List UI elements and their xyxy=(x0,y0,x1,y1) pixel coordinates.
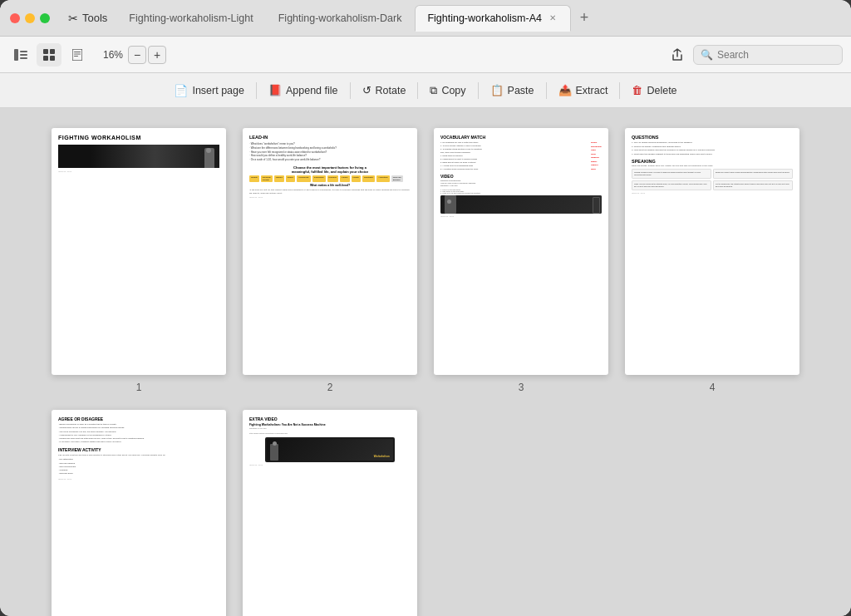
svg-rect-6 xyxy=(43,56,48,61)
page-2-title: LEAD-IN xyxy=(249,135,411,140)
divider-5 xyxy=(546,82,547,99)
page-1-footer: Lesson 12 / PCLS xyxy=(58,170,219,172)
zoom-control: 16% − + xyxy=(100,46,166,64)
share-button[interactable] xyxy=(665,43,690,67)
page-3-video-sub: Fighting Workaholism:You're More Than a … xyxy=(440,180,602,187)
extract-button[interactable]: 📤 Extract xyxy=(548,80,618,101)
insert-page-label: Insert page xyxy=(192,85,244,96)
page-2-bullets: · What does "workaholism" mean to you? ·… xyxy=(249,142,411,162)
zoom-in-button[interactable]: + xyxy=(148,46,166,64)
page-3-vocab-title: VOCABULARY MATCH xyxy=(440,135,602,140)
page-6-thumb: EXTRA VIDEO Fighting Workaholism: You Ar… xyxy=(243,410,417,616)
append-file-label: Append file xyxy=(286,85,338,96)
page-6-footer: Lesson 12 / PCLS xyxy=(249,464,411,466)
scissors-icon: ✂ xyxy=(68,12,78,25)
svg-rect-5 xyxy=(50,49,55,54)
copy-label: Copy xyxy=(441,85,465,96)
page-3-vocab: 1. Do something very well or better than… xyxy=(440,141,602,171)
share-icon xyxy=(671,48,683,62)
append-file-icon: 📕 xyxy=(268,84,282,96)
divider-2 xyxy=(350,82,351,99)
grid-view-button[interactable] xyxy=(37,43,61,67)
page-icon xyxy=(72,49,82,61)
tab-dark[interactable]: Fighting-workaholism-Dark xyxy=(267,5,414,32)
page-view-button[interactable] xyxy=(65,43,90,67)
svg-rect-9 xyxy=(74,52,81,52)
search-input[interactable] xyxy=(717,49,835,61)
svg-rect-11 xyxy=(74,56,78,57)
minimize-button[interactable] xyxy=(25,13,35,23)
svg-rect-7 xyxy=(50,56,55,61)
page-2-thumb: LEAD-IN · What does "workaholism" mean t… xyxy=(243,128,417,375)
page-3-item[interactable]: VOCABULARY MATCH 1. Do something very we… xyxy=(434,128,608,393)
tab-a4[interactable]: Fighting-workaholism-A4 ✕ xyxy=(415,5,571,32)
page-1-num: 1 xyxy=(136,382,142,393)
page-2-num: 2 xyxy=(327,382,333,393)
tab-close-icon[interactable]: ✕ xyxy=(547,12,558,24)
page-3-tasks: 1. Focus on the new words 2. Take notes … xyxy=(440,189,602,194)
page-1-thumb: FIGHTING WORKAHOLISM Lesson 12 / PCLS xyxy=(52,128,226,375)
svg-rect-10 xyxy=(74,53,81,54)
tab-light[interactable]: Fighting-workaholism-Light xyxy=(117,5,264,32)
extract-label: Extract xyxy=(576,85,608,96)
page-4-boxes: Seeking success is good. You have to mak… xyxy=(632,169,793,190)
copy-button[interactable]: ⧉ Copy xyxy=(420,80,475,101)
zoom-out-button[interactable]: − xyxy=(128,46,146,64)
page-6-brand-text: Workaholism xyxy=(374,455,390,458)
page-4-thumb: QUESTIONS 1. Why do people become workah… xyxy=(625,128,799,375)
page-4-box-3: When you see yourself as the ultimate dr… xyxy=(632,180,711,190)
tools-button[interactable]: ✂ Tools xyxy=(60,8,116,28)
append-file-button[interactable]: 📕 Append file xyxy=(258,80,348,101)
divider-1 xyxy=(256,82,257,99)
main-toolbar: 16% − + 🔍 xyxy=(0,37,851,73)
page-6-description: https://www.youtube.com/watch?v=Uc8MpGkK… xyxy=(249,432,411,434)
insert-page-icon: 📄 xyxy=(174,84,188,97)
tools-toolbar: 📄 Insert page 📕 Append file ↺ Rotate ⧉ C… xyxy=(0,73,851,108)
delete-label: Delete xyxy=(647,85,676,96)
page-5-agree-title: AGREE OR DISAGREE xyxy=(58,416,219,421)
page-3-num: 3 xyxy=(519,382,524,393)
page-4-box-2: Being busy doesn't always mean being pro… xyxy=(713,169,793,179)
extract-icon: 📤 xyxy=(558,84,572,96)
tab-dark-label: Fighting-workaholism-Dark xyxy=(278,12,402,24)
divider-6 xyxy=(619,82,620,99)
page-6-extra-title: EXTRA VIDEO xyxy=(249,416,411,421)
copy-icon: ⧉ xyxy=(430,84,437,97)
svg-rect-8 xyxy=(72,49,82,61)
traffic-lights xyxy=(10,13,50,23)
paste-button[interactable]: 📋 Paste xyxy=(480,80,544,101)
rotate-button[interactable]: ↺ Rotate xyxy=(352,80,416,101)
page-4-footer: Lesson 12 / PCLS xyxy=(632,192,793,194)
page-3-thumb: VOCABULARY MATCH 1. Do something very we… xyxy=(434,128,608,375)
zoom-label[interactable]: 16% xyxy=(100,49,126,61)
svg-rect-2 xyxy=(20,54,27,56)
maximize-button[interactable] xyxy=(40,13,50,23)
search-box[interactable]: 🔍 xyxy=(693,45,843,65)
tab-add-button[interactable]: + xyxy=(573,7,596,30)
page-2-item[interactable]: LEAD-IN · What does "workaholism" mean t… xyxy=(243,128,417,393)
paste-icon: 📋 xyxy=(490,84,504,96)
page-3-footer: Lesson 12 / PCLS xyxy=(440,215,602,217)
insert-page-button[interactable]: 📄 Insert page xyxy=(164,80,254,101)
page-6-item[interactable]: EXTRA VIDEO Fighting Workaholism: You Ar… xyxy=(243,410,417,616)
sidebar-toggle-button[interactable] xyxy=(8,43,33,67)
page-3-video-thumb xyxy=(440,195,602,214)
page-5-item[interactable]: AGREE OR DISAGREE · Being a workaholic i… xyxy=(52,410,226,616)
page-4-item[interactable]: QUESTIONS 1. Why do people become workah… xyxy=(625,128,799,393)
divider-3 xyxy=(417,82,418,99)
page-5-activity-title: INTERVIEW ACTIVITY xyxy=(58,447,219,452)
svg-rect-3 xyxy=(20,57,27,59)
page-4-box-4: For the workaholics, the ultimate driver… xyxy=(713,180,793,190)
page-6-video-sub: Fighting Workaholism: You Are Not a Succ… xyxy=(249,423,411,426)
delete-button[interactable]: 🗑 Delete xyxy=(622,80,686,101)
delete-icon: 🗑 xyxy=(632,84,642,96)
page-4-speaking-sub: Read the quotes. Explain each one. Ident… xyxy=(632,165,793,167)
page-5-thumb: AGREE OR DISAGREE · Being a workaholic i… xyxy=(52,410,226,616)
close-button[interactable] xyxy=(10,13,20,23)
tab-light-label: Fighting-workaholism-Light xyxy=(129,12,253,24)
page-1-item[interactable]: FIGHTING WORKAHOLISM Lesson 12 / PCLS 1 xyxy=(52,128,226,393)
page-1-image xyxy=(58,145,219,168)
content-area: FIGHTING WORKAHOLISM Lesson 12 / PCLS 1 xyxy=(0,108,851,616)
page-6-video-thumb: Workaholism xyxy=(265,437,394,462)
divider-4 xyxy=(478,82,479,99)
